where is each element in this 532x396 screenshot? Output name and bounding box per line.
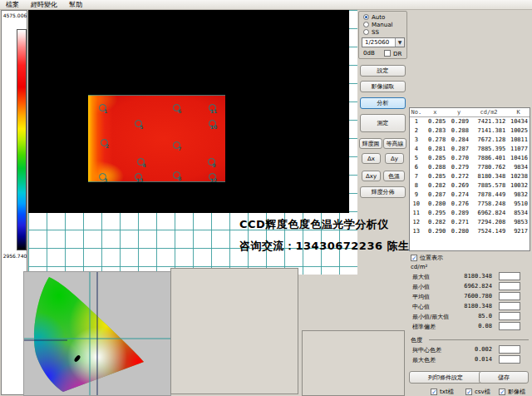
csv-file-checkbox-box[interactable]: ✓ <box>466 389 472 395</box>
measure-point-8: 8 <box>173 171 180 179</box>
stat-center-label: 中心值 <box>412 303 430 311</box>
chroma-center-box[interactable] <box>499 345 520 354</box>
heatmap[interactable]: 12345678910111213 <box>88 95 225 182</box>
save-button[interactable]: 儲存 <box>479 371 529 384</box>
chroma-section-label: 色度 <box>411 336 422 344</box>
luminance-map-button[interactable]: 輝度圖 <box>359 138 382 149</box>
colorbar-max-label: 4575.006 <box>2 12 28 18</box>
measure-point-2: 2 <box>101 139 108 146</box>
table-row[interactable]: 80.2820.2697885.57810032 <box>410 181 530 191</box>
measure-point-1: 1 <box>99 104 106 111</box>
measure-point-5: 5 <box>135 120 142 127</box>
results-table-body: 10.2850.2897421.3121043420.2830.2887141.… <box>410 116 530 236</box>
menu-timelapse[interactable]: 經時變化 <box>25 0 63 10</box>
csv-file-checkbox[interactable]: ✓csv檔 <box>466 388 490 396</box>
delta-x-button[interactable]: Δx <box>362 153 381 164</box>
cie-chromaticity-diagram[interactable] <box>23 271 171 396</box>
results-table[interactable]: No. x y cd/m2 K 10.2850.2897421.31210434… <box>409 107 530 251</box>
radio-manual-dot[interactable] <box>363 22 369 27</box>
image-display-area[interactable]: 12345678910111213 <box>28 10 357 275</box>
delta-xy-button[interactable]: Δxy <box>362 171 381 181</box>
table-row[interactable]: 110.2950.2896962.8248534 <box>410 209 530 218</box>
stat-max-box[interactable] <box>499 272 520 280</box>
menu-help[interactable]: 幫助 <box>63 0 88 10</box>
txt-file-checkbox-box[interactable]: ✓ <box>431 389 437 395</box>
image-file-checkbox[interactable]: ✓影像檔 <box>499 388 525 396</box>
measure-point-9: 9 <box>208 158 215 166</box>
stat-stddev-box[interactable] <box>499 322 520 330</box>
stat-avg-value: 7600.780 <box>432 293 492 299</box>
stat-min-label: 最小值 <box>412 283 430 291</box>
table-row[interactable]: 10.2850.2897421.31210434 <box>410 116 530 126</box>
chroma-max-box[interactable] <box>499 355 520 364</box>
table-header-row: No. x y cd/m2 K <box>410 108 530 116</box>
capture-button[interactable]: 影像擷取 <box>360 81 406 92</box>
txt-file-checkbox[interactable]: ✓txt檔 <box>431 388 454 396</box>
stat-avg-box[interactable] <box>499 292 520 300</box>
radio-auto-dot[interactable] <box>363 14 369 20</box>
table-row[interactable]: 70.2850.2728180.34810238 <box>410 172 530 181</box>
position-checkbox-box[interactable]: ✓ <box>411 255 417 261</box>
stat-avg-label: 平均值 <box>412 293 430 301</box>
stat-min-value: 6962.824 <box>432 283 492 290</box>
measure-point-7: 7 <box>173 141 180 149</box>
print-condition-button[interactable]: 列印條件設定 <box>409 371 482 384</box>
chroma-center-value: 0.002 <box>432 346 492 353</box>
settings-button[interactable]: 設定 <box>360 65 406 77</box>
dr-checkbox-box[interactable] <box>384 50 391 57</box>
stat-stddev-value: 0.08 <box>432 323 492 329</box>
radio-ss[interactable]: SS <box>363 29 379 36</box>
chroma-max-value: 0.014 <box>432 356 492 363</box>
colorbar-min-label: 2956.740 <box>2 253 28 259</box>
table-row[interactable]: 50.2850.2707886.40110416 <box>410 154 530 163</box>
calibration-panel: 校正參數 CHE3F2.8 放大 x2 x4 x8 多重畫面 M S E <box>302 330 405 396</box>
measure-point-12: 12 <box>209 173 216 181</box>
stat-max-label: 最大值 <box>412 273 430 281</box>
table-row[interactable]: 60.2880.2797780.7629834 <box>410 163 530 172</box>
dr-checkbox[interactable]: DR <box>384 50 401 57</box>
table-row[interactable]: 130.2900.2807524.1499217 <box>410 227 530 236</box>
application-window: 檔案 經時變化 幫助 4575.006 2956.740 12345678910… <box>0 0 532 396</box>
measure-point-4: 4 <box>137 158 145 166</box>
cie-horseshoe <box>24 272 170 395</box>
exposure-groupbox: Auto Manual SS 1/25060▼ 0dB DR <box>358 11 407 59</box>
gain-value: 0dB <box>363 50 375 57</box>
measure-point-3: 3 <box>99 173 106 181</box>
measure-point-6: 6 <box>173 104 180 111</box>
image-file-checkbox-box[interactable]: ✓ <box>499 389 505 395</box>
colorbar-gradient <box>17 29 27 250</box>
table-row[interactable]: 30.2780.2847672.12810811 <box>410 136 530 145</box>
measure-point-11: 11 <box>209 104 216 111</box>
radio-auto[interactable]: Auto <box>363 14 385 21</box>
watermark-line2: 咨询交流：13430672236 陈生 <box>239 239 410 254</box>
delta-y-button[interactable]: Δy <box>385 153 404 164</box>
stat-center-box[interactable] <box>499 302 520 310</box>
stat-min-box[interactable] <box>499 282 520 290</box>
shutter-dropdown[interactable]: 1/25060▼ <box>362 37 405 47</box>
table-row[interactable]: 120.2820.2717294.2089853 <box>410 218 530 227</box>
menu-bar: 檔案 經時變化 幫助 <box>0 0 532 10</box>
measure-point-13: 13 <box>135 173 142 181</box>
color-temp-button[interactable]: 色溫 <box>383 171 405 181</box>
judge-panel: 範圍 FULL▼ x y 基準值 0.286 0.273 平均 0.286 0.… <box>170 268 298 394</box>
menu-file[interactable]: 檔案 <box>0 0 25 10</box>
measure-button[interactable]: 測定 <box>360 114 406 132</box>
camera-view[interactable]: 12345678910111213 <box>28 10 349 213</box>
radio-manual[interactable]: Manual <box>363 22 392 28</box>
stat-center-value: 8180.348 <box>432 303 492 309</box>
table-row[interactable]: 100.2800.2767758.2489510 <box>410 200 530 209</box>
measure-point-10: 10 <box>209 120 216 127</box>
radio-ss-dot[interactable] <box>363 29 369 35</box>
table-row[interactable]: 20.2830.2887141.38110025 <box>410 126 530 136</box>
stat-ratio-box[interactable] <box>499 312 520 320</box>
table-row[interactable]: 90.2870.2747878.4499832 <box>410 191 530 200</box>
stat-ratio-value: 85.0 <box>432 313 492 319</box>
position-checkbox[interactable]: ✓位置表示 <box>411 254 443 262</box>
luminance-dist-button[interactable]: 輝度分佈 <box>360 186 406 198</box>
unit-label: cd/m² <box>411 264 427 270</box>
contour-button[interactable]: 等高線 <box>383 138 406 149</box>
stat-max-value: 8180.348 <box>432 273 492 280</box>
chevron-down-icon[interactable]: ▼ <box>395 38 404 47</box>
analyze-button[interactable]: 分析 <box>360 97 406 109</box>
table-row[interactable]: 40.2810.2877885.39511077 <box>410 145 530 154</box>
